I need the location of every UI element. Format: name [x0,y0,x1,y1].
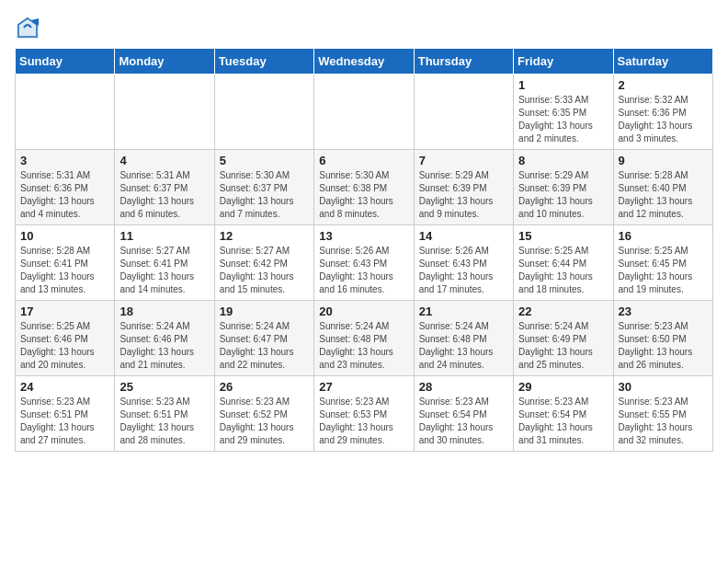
calendar-cell: 17Sunrise: 5:25 AM Sunset: 6:46 PM Dayli… [16,301,115,376]
day-info: Sunrise: 5:29 AM Sunset: 6:39 PM Dayligh… [419,169,508,221]
day-number: 6 [319,154,408,167]
day-number: 25 [119,380,209,394]
day-number: 21 [419,304,508,318]
day-info: Sunrise: 5:26 AM Sunset: 6:43 PM Dayligh… [419,245,508,296]
calendar-cell: 9Sunrise: 5:28 AM Sunset: 6:40 PM Daylig… [613,150,712,225]
calendar-cell: 18Sunrise: 5:24 AM Sunset: 6:46 PM Dayli… [115,301,214,376]
calendar-cell [214,75,313,150]
day-info: Sunrise: 5:30 AM Sunset: 6:38 PM Dayligh… [319,169,408,221]
calendar-cell: 13Sunrise: 5:26 AM Sunset: 6:43 PM Dayli… [314,225,414,301]
calendar-cell: 27Sunrise: 5:23 AM Sunset: 6:53 PM Dayli… [314,376,414,452]
calendar-cell: 26Sunrise: 5:23 AM Sunset: 6:52 PM Dayli… [214,376,313,452]
day-info: Sunrise: 5:25 AM Sunset: 6:44 PM Dayligh… [518,245,608,296]
calendar-cell: 21Sunrise: 5:24 AM Sunset: 6:48 PM Dayli… [414,301,513,376]
calendar-week: 1Sunrise: 5:33 AM Sunset: 6:35 PM Daylig… [16,75,713,150]
header-day: Friday [514,49,613,75]
calendar-cell: 12Sunrise: 5:27 AM Sunset: 6:42 PM Dayli… [214,225,313,301]
day-number: 7 [419,154,508,167]
day-number: 8 [518,154,608,167]
calendar-cell: 1Sunrise: 5:33 AM Sunset: 6:35 PM Daylig… [514,75,613,150]
day-number: 5 [220,154,309,167]
day-info: Sunrise: 5:27 AM Sunset: 6:42 PM Dayligh… [220,245,309,296]
day-number: 12 [220,229,309,243]
calendar-week: 10Sunrise: 5:28 AM Sunset: 6:41 PM Dayli… [16,225,713,301]
calendar-cell: 5Sunrise: 5:30 AM Sunset: 6:37 PM Daylig… [214,150,313,225]
header-day: Tuesday [214,49,313,75]
day-info: Sunrise: 5:30 AM Sunset: 6:37 PM Dayligh… [220,169,309,221]
header-day: Wednesday [314,49,414,75]
day-number: 18 [119,304,209,318]
day-number: 28 [419,380,508,394]
day-info: Sunrise: 5:24 AM Sunset: 6:48 PM Dayligh… [319,320,408,372]
header-day: Saturday [613,49,712,75]
day-number: 30 [619,380,708,394]
day-number: 29 [518,380,608,394]
day-info: Sunrise: 5:24 AM Sunset: 6:46 PM Dayligh… [119,320,209,372]
day-info: Sunrise: 5:25 AM Sunset: 6:46 PM Dayligh… [20,320,109,372]
calendar-cell [16,75,115,150]
day-info: Sunrise: 5:26 AM Sunset: 6:43 PM Dayligh… [319,245,408,296]
day-number: 13 [319,229,408,243]
day-info: Sunrise: 5:31 AM Sunset: 6:37 PM Dayligh… [119,169,209,221]
day-info: Sunrise: 5:31 AM Sunset: 6:36 PM Dayligh… [20,169,109,221]
calendar-cell: 15Sunrise: 5:25 AM Sunset: 6:44 PM Dayli… [514,225,613,301]
calendar-body: 1Sunrise: 5:33 AM Sunset: 6:35 PM Daylig… [16,75,713,452]
calendar-cell: 2Sunrise: 5:32 AM Sunset: 6:36 PM Daylig… [613,75,712,150]
calendar-cell: 23Sunrise: 5:23 AM Sunset: 6:50 PM Dayli… [613,301,712,376]
day-info: Sunrise: 5:28 AM Sunset: 6:40 PM Dayligh… [619,169,708,221]
day-info: Sunrise: 5:24 AM Sunset: 6:49 PM Dayligh… [518,320,608,372]
header-day: Thursday [414,49,513,75]
calendar-week: 3Sunrise: 5:31 AM Sunset: 6:36 PM Daylig… [16,150,713,225]
day-number: 22 [518,304,608,318]
day-info: Sunrise: 5:23 AM Sunset: 6:53 PM Dayligh… [319,396,408,447]
day-number: 10 [20,229,109,243]
calendar-week: 24Sunrise: 5:23 AM Sunset: 6:51 PM Dayli… [16,376,713,452]
header-row: SundayMondayTuesdayWednesdayThursdayFrid… [16,49,713,75]
day-info: Sunrise: 5:33 AM Sunset: 6:35 PM Dayligh… [518,94,608,145]
day-info: Sunrise: 5:23 AM Sunset: 6:52 PM Dayligh… [220,396,309,447]
calendar-cell: 20Sunrise: 5:24 AM Sunset: 6:48 PM Dayli… [314,301,414,376]
calendar-cell: 19Sunrise: 5:24 AM Sunset: 6:47 PM Dayli… [214,301,313,376]
day-number: 2 [619,78,708,92]
day-info: Sunrise: 5:32 AM Sunset: 6:36 PM Dayligh… [619,94,708,145]
day-info: Sunrise: 5:23 AM Sunset: 6:54 PM Dayligh… [419,396,508,447]
day-number: 16 [619,229,708,243]
day-info: Sunrise: 5:25 AM Sunset: 6:45 PM Dayligh… [619,245,708,296]
calendar-header: SundayMondayTuesdayWednesdayThursdayFrid… [16,49,713,75]
day-number: 20 [319,304,408,318]
logo [15,15,44,40]
day-info: Sunrise: 5:24 AM Sunset: 6:47 PM Dayligh… [220,320,309,372]
calendar-cell: 28Sunrise: 5:23 AM Sunset: 6:54 PM Dayli… [414,376,513,452]
day-number: 27 [319,380,408,394]
calendar-cell [314,75,414,150]
day-number: 26 [220,380,309,394]
calendar-cell: 4Sunrise: 5:31 AM Sunset: 6:37 PM Daylig… [115,150,214,225]
header-day: Monday [115,49,214,75]
calendar-cell: 6Sunrise: 5:30 AM Sunset: 6:38 PM Daylig… [314,150,414,225]
day-number: 4 [119,154,209,167]
day-number: 1 [518,78,608,92]
day-info: Sunrise: 5:24 AM Sunset: 6:48 PM Dayligh… [419,320,508,372]
calendar-week: 17Sunrise: 5:25 AM Sunset: 6:46 PM Dayli… [16,301,713,376]
day-number: 23 [619,304,708,318]
calendar-cell: 11Sunrise: 5:27 AM Sunset: 6:41 PM Dayli… [115,225,214,301]
day-info: Sunrise: 5:23 AM Sunset: 6:54 PM Dayligh… [518,396,608,447]
page-header [15,15,713,40]
day-info: Sunrise: 5:23 AM Sunset: 6:51 PM Dayligh… [119,396,209,447]
logo-icon [15,15,40,40]
day-number: 3 [20,154,109,167]
calendar-cell: 24Sunrise: 5:23 AM Sunset: 6:51 PM Dayli… [16,376,115,452]
calendar-cell: 3Sunrise: 5:31 AM Sunset: 6:36 PM Daylig… [16,150,115,225]
day-info: Sunrise: 5:23 AM Sunset: 6:50 PM Dayligh… [619,320,708,372]
calendar-cell: 25Sunrise: 5:23 AM Sunset: 6:51 PM Dayli… [115,376,214,452]
day-info: Sunrise: 5:27 AM Sunset: 6:41 PM Dayligh… [119,245,209,296]
day-number: 19 [220,304,309,318]
calendar-cell: 8Sunrise: 5:29 AM Sunset: 6:39 PM Daylig… [514,150,613,225]
day-number: 24 [20,380,109,394]
day-info: Sunrise: 5:23 AM Sunset: 6:51 PM Dayligh… [20,396,109,447]
calendar-cell: 10Sunrise: 5:28 AM Sunset: 6:41 PM Dayli… [16,225,115,301]
calendar-cell: 29Sunrise: 5:23 AM Sunset: 6:54 PM Dayli… [514,376,613,452]
day-number: 14 [419,229,508,243]
calendar-cell: 16Sunrise: 5:25 AM Sunset: 6:45 PM Dayli… [613,225,712,301]
day-number: 9 [619,154,708,167]
